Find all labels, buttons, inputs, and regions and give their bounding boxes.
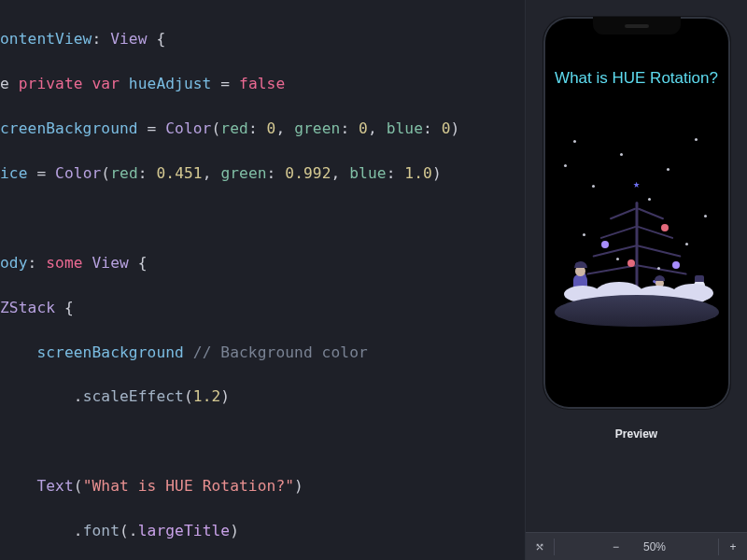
zoom-in-button[interactable]: + [719, 540, 747, 553]
code-line: .font(.largeTitle) [0, 520, 525, 542]
preview-label: Preview [615, 427, 657, 441]
phone-screen: What is HUE Rotation? ★ [549, 22, 725, 403]
winter-scene: ★ [555, 131, 719, 327]
pin-icon: ⤲ [535, 540, 544, 553]
code-line: ody: some View { [0, 252, 525, 274]
pin-button[interactable]: ⤲ [526, 540, 554, 553]
phone-preview[interactable]: What is HUE Rotation? ★ [543, 17, 730, 409]
code-line: e private var hueAdjust = false [0, 73, 525, 95]
code-editor[interactable]: ontentView: View { e private var hueAdju… [0, 0, 525, 560]
star-icon: ★ [633, 177, 640, 190]
phone-title: What is HUE Rotation? [549, 69, 725, 88]
code-line: ice = Color(red: 0.451, green: 0.992, bl… [0, 162, 525, 185]
code-line: .scaleEffect(1.2) [0, 385, 525, 408]
zoom-level: 50% [643, 540, 666, 553]
code-line: Text("What is HUE Rotation?") [0, 475, 525, 497]
zoom-out-button[interactable]: − [607, 540, 625, 553]
phone-notch [593, 17, 681, 35]
preview-toolbar: ⤲ − 50% + [526, 532, 747, 560]
code-line: ontentView: View { [0, 28, 525, 50]
preview-panel: What is HUE Rotation? ★ [525, 0, 747, 560]
code-line: ZStack { [0, 297, 525, 319]
code-line: creenBackground = Color(red: 0, green: 0… [0, 118, 525, 140]
code-line: screenBackground // Background color [0, 342, 525, 364]
